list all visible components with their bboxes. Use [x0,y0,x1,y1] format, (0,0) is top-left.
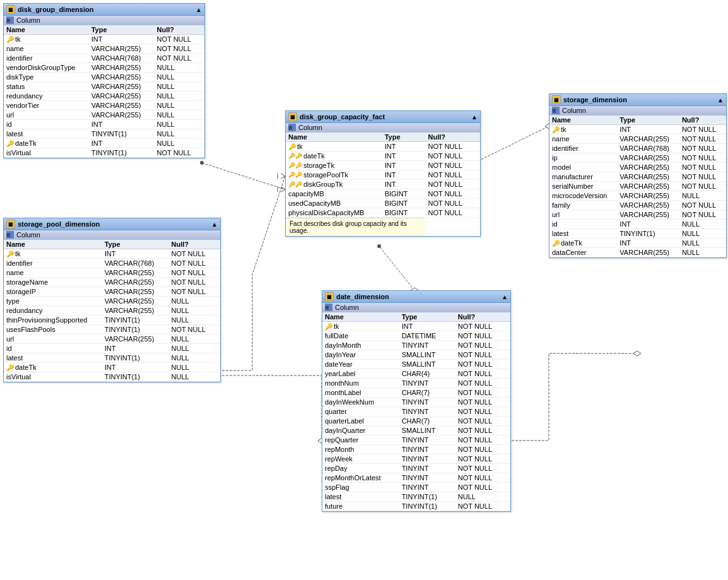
column-section-header-fact: ≡ Column [286,123,480,133]
columns-grid-sd: Name Type Null? 🔑tk INT NOT NULL name VA… [549,115,726,257]
col-vendordiskgrouptype-null: NULL [155,63,204,73]
storage-pool-dimension-title: storage_pool_dimension [18,220,100,228]
fact-title: disk_group_capacity_fact [300,113,385,121]
col-disktype-null: NULL [155,73,204,82]
column-label-sd: Column [562,107,586,114]
col-header-null: Null? [155,25,204,35]
column-label-fact: Column [298,124,322,131]
column-section-header-dd: ≡ Column [322,303,510,312]
col-redundancy-type: VARCHAR(255) [89,92,155,101]
col-id-null: NULL [155,120,204,129]
col-redundancy-name: redundancy [4,92,89,101]
svg-line-11 [379,246,414,290]
svg-marker-14 [633,351,641,356]
col-status-null: NULL [155,82,204,92]
col-name-null: NOT NULL [155,44,204,54]
col-tk-type: INT [89,35,155,44]
col-vendordiskgrouptype-type: VARCHAR(255) [89,63,155,73]
col-identifier-null: NOT NULL [155,54,204,63]
col-vendordiskgrouptype-name: vendorDiskGroupType [4,63,89,73]
section-icon-sd: ≡ [552,107,560,114]
expand-icon-sd[interactable]: ▲ [717,97,724,104]
col-url-null: NULL [155,110,204,120]
col-header-name: Name [4,25,89,35]
svg-point-1 [200,161,204,165]
key-icon: 🔑 [6,36,14,43]
spd-col-tk: 🔑tk [4,249,102,259]
col-vendortier-null: NULL [155,101,204,110]
col-vendortier-name: vendorTier [4,101,89,110]
col-url-type: VARCHAR(255) [89,110,155,120]
fact-header: ▦ disk_group_capacity_fact ▲ [286,111,480,123]
col-header-null-spd: Null? [169,240,220,249]
col-latest-name: latest [4,129,89,139]
col-header-type: Type [89,25,155,35]
col-status-type: VARCHAR(255) [89,82,155,92]
storage-dimension-table: ▦ storage_dimension ▲ ≡ Column Name Type… [549,93,727,258]
col-id-name: id [4,120,89,129]
column-label-dd: Column [335,304,359,311]
col-datetk-null: NULL [155,139,204,148]
storage-dimension-title: storage_dimension [563,96,627,104]
col-disktype-type: VARCHAR(255) [89,73,155,82]
col-isvirtual-name: isVirtual [4,148,89,158]
date-dimension-table: ▦ date_dimension ▲ ≡ Column Name Type Nu… [322,290,511,512]
col-name-name: name [4,44,89,54]
section-icon: ≡ [6,16,14,24]
section-icon-spd: ≡ [6,231,14,239]
fact-note: Fact describes disk group capacity and i… [286,218,425,236]
columns-grid-spd: Name Type Null? 🔑tk INT NOT NULL identif… [4,240,220,382]
col-isvirtual-type: TINYINT(1) [89,148,155,158]
svg-line-9 [474,126,549,163]
disk-group-dimension-header: ▦ disk_group_dimension ▲ [4,4,204,16]
date-dimension-header: ▦ date_dimension ▲ [322,291,510,303]
col-isvirtual-null: NOT NULL [155,148,204,158]
col-header-type-spd: Type [102,240,169,249]
col-latest-type: TINYINT(1) [89,129,155,139]
svg-line-0 [202,163,285,189]
disk-group-capacity-fact-table: ▦ disk_group_capacity_fact ▲ ≡ Column Na… [285,110,481,237]
col-tk-name: 🔑tk [4,35,89,44]
col-status-name: status [4,82,89,92]
column-section-header-sd: ≡ Column [549,106,726,115]
col-disktype-name: diskType [4,73,89,82]
column-section-header: ≡ Column [4,16,204,25]
col-tk-null: NOT NULL [155,35,204,44]
svg-line-3 [281,189,285,192]
svg-point-13 [377,244,381,248]
section-icon-fact: ≡ [288,124,296,131]
disk-group-dimension-table: ▦ disk_group_dimension ▲ ≡ Column Name T… [3,3,205,158]
col-identifier-name: identifier [4,54,89,63]
storage-pool-dimension-table: ▦ storage_pool_dimension ▲ ≡ Column Name… [3,218,221,382]
col-name-type: VARCHAR(255) [89,44,155,54]
column-section-header-spd: ≡ Column [4,230,220,240]
col-url-name: url [4,110,89,120]
disk-group-dimension-title: disk_group_dimension [18,6,93,13]
columns-grid: Name Type Null? 🔑tk INT NOT NULL name VA… [4,25,204,158]
col-redundancy-null: NULL [155,92,204,101]
col-identifier-type: VARCHAR(768) [89,54,155,63]
key-icon-spd: 🔑 [6,251,14,257]
columns-grid-fact: Name Type Null? 🔑tk INT NOT NULL 🔑🔑dateT… [286,133,480,218]
svg-line-2 [281,187,285,189]
storage-dimension-header: ▦ storage_dimension ▲ [549,94,726,106]
table-icon-spd: ▦ [6,220,15,228]
col-datetk-type: INT [89,139,155,148]
storage-pool-dimension-header: ▦ storage_pool_dimension ▲ [4,218,220,230]
section-icon-dd: ≡ [325,304,332,311]
key-icon2: 🔑 [6,140,14,147]
columns-grid-dd: Name Type Null? 🔑tk INT NOT NULL fullDat… [322,312,510,511]
expand-icon[interactable]: ▲ [196,6,202,13]
expand-icon-dd[interactable]: ▲ [502,293,508,300]
col-header-name-spd: Name [4,240,102,249]
col-vendortier-type: VARCHAR(255) [89,101,155,110]
col-datetk-name: 🔑dateTk [4,139,89,148]
column-label-spd: Column [16,231,40,239]
table-icon-fact: ▦ [288,112,297,121]
date-dimension-title: date_dimension [336,293,389,300]
expand-icon-spd[interactable]: ▲ [211,221,218,228]
svg-line-6 [281,174,285,176]
table-icon-dd: ▦ [325,292,334,301]
col-latest-null: NULL [155,129,204,139]
expand-icon-fact[interactable]: ▲ [471,114,478,121]
